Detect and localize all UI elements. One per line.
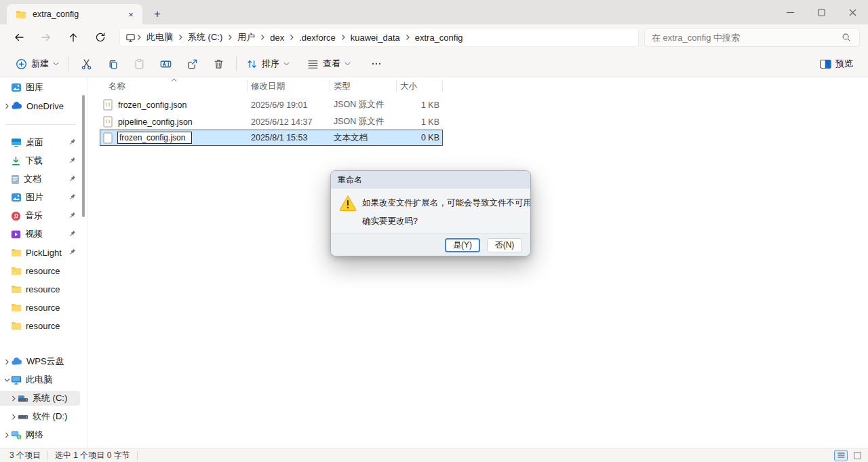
- tab-extra-config[interactable]: extra_config ×: [7, 4, 142, 24]
- no-button[interactable]: 否(N): [487, 238, 522, 252]
- sidebar-item-desktop[interactable]: 桌面: [3, 135, 80, 150]
- column-header-date[interactable]: 修改日期: [251, 77, 331, 95]
- back-button[interactable]: [9, 28, 28, 47]
- sidebar-divider: [5, 124, 76, 125]
- column-separator[interactable]: [330, 80, 330, 92]
- trash-icon: [213, 58, 224, 70]
- preview-button[interactable]: 预览: [814, 53, 859, 75]
- share-button[interactable]: [179, 53, 205, 75]
- dialog-title: 重命名: [338, 174, 362, 186]
- column-header-type[interactable]: 类型: [334, 77, 397, 95]
- preview-label: 预览: [835, 58, 853, 70]
- sidebar-item-this-pc[interactable]: 此电脑: [3, 372, 80, 387]
- dialog-body: 如果改变文件扩展名，可能会导致文件不可用。 确实要更改吗?: [331, 189, 530, 235]
- sidebar-item-wps-cloud[interactable]: WPS云盘: [3, 354, 80, 369]
- sidebar-item-drive-d[interactable]: 软件 (D:): [3, 409, 80, 424]
- column-header-name[interactable]: 名称: [108, 77, 247, 95]
- sidebar-item-resource[interactable]: resource: [3, 300, 80, 315]
- folder-icon: [15, 8, 27, 20]
- breadcrumb-kuawei-data[interactable]: kuawei_data: [346, 33, 405, 43]
- chevron-right-icon[interactable]: [9, 414, 18, 420]
- new-button[interactable]: 新建: [9, 53, 64, 75]
- breadcrumb-users[interactable]: 用户: [233, 31, 260, 43]
- forward-button[interactable]: [37, 28, 56, 47]
- breadcrumb-extra-config[interactable]: extra_config: [410, 33, 468, 43]
- breadcrumb-drive-c[interactable]: 系统 (C:): [183, 31, 227, 43]
- rename-button[interactable]: [153, 53, 179, 75]
- drive-icon: [18, 394, 28, 402]
- chevron-right-icon[interactable]: [3, 103, 11, 109]
- dialog-titlebar[interactable]: 重命名: [331, 171, 530, 189]
- file-row-pipeline-config[interactable]: pipeline_config.json 2025/6/12 14:37 JSO…: [100, 113, 442, 130]
- chevron-right-icon[interactable]: [9, 396, 18, 402]
- close-window-button[interactable]: [837, 0, 868, 24]
- onedrive-cloud-icon: [11, 102, 22, 110]
- sidebar-item-videos[interactable]: 视频: [3, 227, 80, 242]
- chevron-right-icon[interactable]: [3, 359, 11, 365]
- chevron-down-icon: [53, 62, 59, 66]
- delete-button[interactable]: [205, 53, 232, 75]
- view-button[interactable]: 查看: [302, 53, 356, 75]
- network-icon: [11, 430, 22, 440]
- sidebar-item-onedrive[interactable]: OneDrive: [3, 98, 80, 113]
- sidebar-item-resource[interactable]: resource: [3, 263, 80, 278]
- cut-button[interactable]: [73, 53, 100, 75]
- video-icon: [11, 230, 21, 239]
- file-size: 1 KB: [385, 117, 439, 127]
- sidebar-item-resource[interactable]: resource: [3, 282, 80, 296]
- minimize-button[interactable]: [774, 0, 806, 24]
- sidebar-item-documents[interactable]: 文档: [3, 172, 80, 187]
- breadcrumb-this-pc[interactable]: 此电脑: [142, 31, 178, 43]
- pin-icon: [69, 230, 76, 237]
- file-date: 2025/8/1 15:53: [251, 133, 307, 142]
- close-tab-icon[interactable]: ×: [125, 8, 137, 20]
- file-row-frozen-config[interactable]: frozen_config.json 2025/6/9 19:01 JSON 源…: [100, 96, 442, 113]
- sidebar-item-network[interactable]: 网络: [3, 427, 80, 442]
- column-separator[interactable]: [442, 80, 443, 92]
- sidebar-item-resource[interactable]: resource: [3, 318, 80, 333]
- rename-input[interactable]: [117, 132, 192, 144]
- pictures-icon: [11, 193, 22, 202]
- sidebar-item-picklight[interactable]: PickLight: [3, 245, 80, 260]
- chevron-right-icon: [136, 34, 142, 41]
- copy-button[interactable]: [100, 53, 126, 75]
- yes-button[interactable]: 是(Y): [445, 238, 480, 252]
- column-separator[interactable]: [396, 80, 397, 92]
- sidebar-item-pictures[interactable]: 图片: [3, 190, 80, 205]
- column-separator[interactable]: [247, 80, 248, 92]
- sidebar-item-label: 此电脑: [26, 374, 80, 386]
- rename-icon: [160, 58, 172, 70]
- up-button[interactable]: [64, 28, 83, 47]
- gallery-icon: [11, 83, 22, 92]
- sidebar-item-label: 网络: [26, 429, 80, 441]
- chevron-right-icon[interactable]: [3, 432, 11, 438]
- breadcrumb-dexforce[interactable]: .dexforce: [294, 33, 340, 43]
- search-icon: [840, 31, 852, 43]
- download-icon: [11, 156, 21, 166]
- column-header-size[interactable]: 大小: [400, 77, 441, 95]
- sort-button[interactable]: 排序: [241, 53, 295, 75]
- breadcrumb-dex[interactable]: dex: [265, 33, 289, 43]
- new-tab-button[interactable]: +: [149, 6, 165, 22]
- address-bar[interactable]: 此电脑 系统 (C:) 用户 dex .dexforce kuawei_data…: [119, 28, 639, 47]
- warning-icon: [339, 195, 357, 211]
- sidebar-item-label: OneDrive: [26, 101, 80, 111]
- status-separator: [137, 451, 138, 460]
- sidebar-item-label: resource: [26, 321, 80, 331]
- sidebar-item-music[interactable]: 音乐: [3, 208, 80, 223]
- refresh-button[interactable]: [91, 28, 110, 47]
- chevron-down-icon[interactable]: [3, 378, 11, 383]
- file-row-selected-renaming[interactable]: 2025/8/1 15:53 文本文档 0 KB: [100, 130, 442, 145]
- sidebar-item-drive-c[interactable]: 系统 (C:): [0, 391, 80, 406]
- large-icons-view-toggle[interactable]: [850, 450, 864, 461]
- search-box[interactable]: [644, 28, 860, 47]
- sidebar-item-gallery[interactable]: 图库: [3, 80, 80, 95]
- sidebar-item-downloads[interactable]: 下载: [3, 153, 80, 168]
- sidebar-scrollbar[interactable]: [82, 95, 85, 217]
- search-input[interactable]: [652, 33, 840, 43]
- details-view-toggle[interactable]: [834, 450, 848, 461]
- more-button[interactable]: [366, 53, 387, 75]
- text-file-icon: [103, 132, 113, 144]
- maximize-button[interactable]: [806, 0, 837, 24]
- paste-button[interactable]: [126, 53, 153, 75]
